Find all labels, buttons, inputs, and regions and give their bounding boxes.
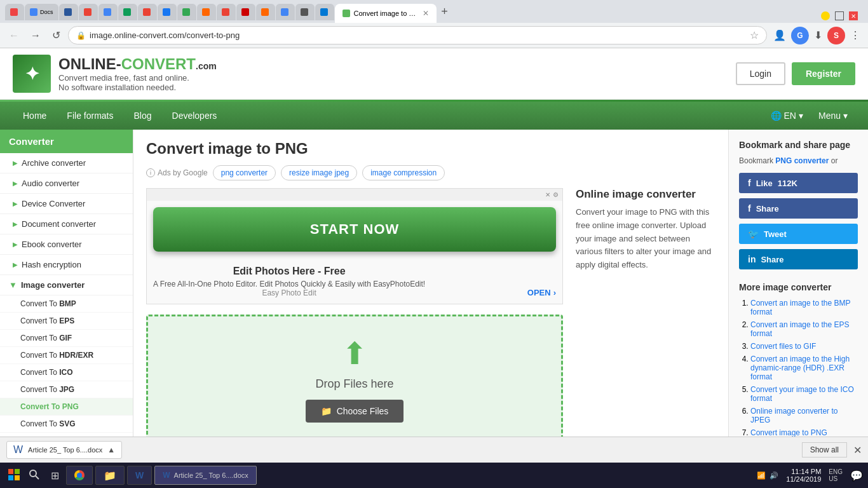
nav-lang[interactable]: 🌐 EN ▾ [763, 111, 811, 121]
twitter-tweet-button[interactable]: 🐦 Tweet [739, 224, 858, 244]
nav-menu[interactable]: Menu ▾ [811, 111, 855, 121]
choose-files-button[interactable]: 📁 Choose Files [306, 400, 404, 423]
tab-close-icon[interactable]: ✕ [423, 9, 429, 18]
logo-text: ONLINE-CONVERT.com [58, 55, 217, 73]
active-tab[interactable]: Convert image to PNG - Online converter … [335, 4, 437, 23]
back-button[interactable]: ← [5, 27, 23, 44]
sidebar-subitem-ico[interactable]: Convert To ICO [0, 364, 133, 381]
avatar-button[interactable]: G [791, 27, 809, 44]
ad-product-name: Edit Photos Here - Free [153, 266, 425, 277]
close-window-button[interactable]: ✕ [849, 11, 858, 20]
bookmark-link[interactable]: PNG converter [775, 156, 829, 165]
sidebar-subitem-hdr[interactable]: Convert To HDR/EXR [0, 347, 133, 364]
ad-close-x[interactable]: ✕ [545, 191, 550, 198]
ad-product-desc: A Free All-In-One Photo Editor. Edit Pho… [153, 280, 425, 288]
bookmark-star-icon[interactable]: ☆ [750, 29, 759, 41]
bmp-label: BMP [59, 299, 76, 308]
close-bottom-button[interactable]: ✕ [853, 444, 862, 454]
logo-area: ✦ ONLINE-CONVERT.com Convert media free,… [13, 55, 217, 93]
sidebar-subitem-svg[interactable]: Convert To SVG [0, 416, 133, 433]
start-now-button[interactable]: START NOW [153, 207, 556, 252]
sidebar-subitem-eps[interactable]: Convert To EPS [0, 313, 133, 330]
ad-pill-png-label: png converter [221, 168, 268, 177]
chevron-up-icon[interactable]: ▲ [107, 445, 115, 454]
ad-pill-compression[interactable]: image compression [362, 165, 445, 180]
arrow-icon: ▶ [13, 241, 18, 248]
address-bar[interactable]: 🔒 ☆ [68, 26, 767, 44]
filename-label: Article 25_ Top 6....docx [28, 446, 102, 454]
toolbar-actions: 👤 G ⬇ S ⋮ [771, 27, 863, 44]
ad-pill-resize[interactable]: resize image jpeg [281, 165, 357, 180]
more-link-bmp[interactable]: Convert an image to the BMP format [750, 299, 850, 316]
url-input[interactable] [90, 30, 746, 40]
globe-icon: 🌐 [771, 111, 782, 121]
forward-button[interactable]: → [27, 27, 44, 44]
content-left: ✕ ⚙ START NOW Edit Photos Here - Free A … [146, 188, 563, 444]
sidebar-label-audio: Audio converter [22, 179, 79, 188]
nav-right-group: 🌐 EN ▾ Menu ▾ [763, 111, 855, 121]
ad-pill-resize-label: resize image jpeg [289, 168, 349, 177]
sidebar-label-image: Image converter [21, 280, 85, 290]
more-link-hdr[interactable]: Convert an image to the High dynamic-ran… [750, 355, 850, 381]
list-item: Convert image to PNG [750, 428, 858, 437]
list-item: Convert an image to the BMP format [750, 299, 858, 316]
tagline: Convert media free, fast and online. No … [58, 73, 217, 92]
nav-blog[interactable]: Blog [123, 103, 161, 128]
facebook-share-button[interactable]: f Share [739, 198, 858, 219]
login-button[interactable]: Login [736, 62, 785, 85]
more-link-eps[interactable]: Convert an image to the EPS format [750, 320, 849, 338]
maximize-button[interactable] [835, 11, 844, 20]
profile-button[interactable]: S [827, 27, 845, 44]
sidebar-item-hash[interactable]: ▶ Hash encryption [0, 255, 133, 275]
sidebar-item-image[interactable]: ▼ Image converter [0, 275, 133, 295]
sidebar-item-ebook[interactable]: ▶ Ebook converter [0, 234, 133, 255]
like-label: Like [756, 179, 773, 188]
tweet-label: Tweet [764, 229, 787, 239]
new-tab-button[interactable]: + [437, 4, 452, 19]
bottom-file-item[interactable]: W Article 25_ Top 6....docx ▲ [6, 441, 122, 454]
more-link-ico[interactable]: Convert your image to the ICO format [750, 385, 854, 403]
ad-open-button[interactable]: OPEN › [527, 288, 556, 297]
word-icon: W [13, 444, 23, 454]
arrow-icon: ▶ [13, 200, 18, 207]
refresh-button[interactable]: ↺ [48, 27, 64, 44]
show-all-button[interactable]: Show all [802, 442, 847, 454]
sidebar-subitem-gif[interactable]: Convert To GIF [0, 330, 133, 347]
sidebar-item-audio[interactable]: ▶ Audio converter [0, 173, 133, 194]
nav-file-formats[interactable]: File formats [57, 103, 123, 128]
drop-area[interactable]: ⬆ Drop Files here 📁 Choose Files [146, 315, 563, 444]
converter-desc: Convert your image to PNG with this free… [576, 206, 715, 272]
page-title: Convert image to PNG [146, 140, 715, 158]
nav-home[interactable]: Home [13, 103, 57, 128]
sidebar-item-archive[interactable]: ▶ Archive converter [0, 153, 133, 173]
logo-icon: ✦ [25, 64, 39, 85]
ad-pill-png[interactable]: png converter [213, 165, 276, 180]
linkedin-share-button[interactable]: in Share [739, 249, 858, 269]
more-link-jpeg[interactable]: Online image converter to JPEG [750, 407, 837, 424]
bottom-bar: W Article 25_ Top 6....docx ▲ Show all ✕ [0, 437, 868, 454]
ad-footer: Edit Photos Here - Free A Free All-In-On… [153, 259, 556, 297]
arrow-icon: ▼ [9, 280, 17, 290]
ads-label: i Ads by Google [146, 168, 208, 177]
minimize-button[interactable] [821, 11, 830, 20]
nav-developers[interactable]: Developers [162, 103, 227, 128]
logo-tld: .com [196, 61, 217, 71]
more-link-png[interactable]: Convert image to PNG [750, 428, 827, 437]
sidebar-item-device[interactable]: ▶ Device Converter [0, 194, 133, 214]
sidebar-subitem-bmp[interactable]: Convert To BMP [0, 295, 133, 313]
sidebar-item-document[interactable]: ▶ Document converter [0, 214, 133, 234]
download-button[interactable]: ⬇ [811, 27, 825, 44]
user-icon-button[interactable]: 👤 [771, 27, 789, 44]
sidebar-subitem-png[interactable]: Convert To PNG [0, 398, 133, 416]
menu-button[interactable]: ⋮ [848, 27, 863, 44]
lock-icon: 🔒 [76, 31, 86, 40]
more-link-gif[interactable]: Convert files to GIF [750, 342, 816, 351]
facebook-like-button[interactable]: f Like 112K [739, 173, 858, 193]
sidebar-subitem-jpg[interactable]: Convert To JPG [0, 381, 133, 398]
logo-text-main: CONVERT [121, 55, 196, 72]
register-button[interactable]: Register [792, 62, 855, 85]
ad-block-inner: START NOW Edit Photos Here - Free A Free… [147, 201, 562, 304]
ad-settings-icon[interactable]: ⚙ [553, 191, 559, 198]
sidebar-label-ebook: Ebook converter [22, 240, 82, 249]
like-count: 112K [778, 179, 797, 188]
